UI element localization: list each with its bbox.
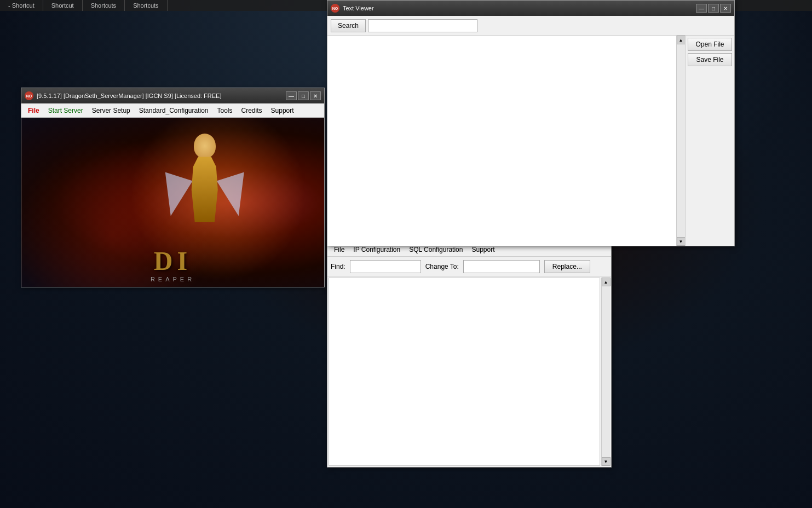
taskbar-item-1[interactable]: - Shortcut: [0, 0, 43, 11]
search-button[interactable]: Search: [331, 19, 366, 32]
text-viewer-main[interactable]: [327, 36, 676, 246]
server-manager-close[interactable]: ✕: [310, 91, 321, 100]
wing-right: [217, 172, 244, 216]
config-scrollbar-down[interactable]: [602, 457, 611, 466]
text-viewer-sidebar: Open File Save File: [685, 36, 734, 246]
text-viewer-maximize[interactable]: □: [708, 4, 719, 13]
find-label: Find:: [331, 263, 345, 270]
save-file-button[interactable]: Save File: [688, 53, 732, 66]
taskbar-item-4[interactable]: Shortcuts: [125, 0, 167, 11]
config-scrollbar-up[interactable]: [602, 278, 611, 286]
open-file-button[interactable]: Open File: [688, 38, 732, 51]
game-image: DI REAPER: [21, 118, 324, 287]
server-manager-content: DI REAPER: [21, 118, 324, 287]
taskbar-item-3[interactable]: Shortcuts: [83, 0, 125, 11]
replace-button[interactable]: Replace...: [544, 260, 590, 273]
char-head: [194, 134, 216, 158]
scroll-track[interactable]: [677, 44, 685, 237]
diablo-sub: REAPER: [151, 276, 195, 282]
find-input[interactable]: [350, 260, 421, 273]
wing-left: [165, 172, 193, 216]
changeto-input[interactable]: [463, 260, 540, 273]
text-viewer-minimize[interactable]: —: [696, 4, 707, 13]
text-viewer-controls: — □ ✕: [696, 4, 731, 13]
menu-start-server[interactable]: Start Server: [44, 105, 88, 116]
server-manager-title: [9.5.1.17] [DragonSeth_ServerManager] [I…: [37, 93, 286, 99]
config-toolbar: Find: Change To: Replace...: [327, 257, 611, 276]
taskbar-item-2[interactable]: Shortcut: [43, 0, 83, 11]
char-body: [188, 157, 221, 222]
server-manager-window: NO [9.5.1.17] [DragonSeth_ServerManager]…: [21, 88, 325, 287]
menu-credits[interactable]: Credits: [237, 105, 267, 116]
scrollbar-up-arrow[interactable]: [677, 36, 686, 44]
config-manager-window: NO .:Server Configuration Manager:. — □ …: [327, 227, 612, 467]
text-viewer-window: NO Text Viewer — □ ✕ Search Open File Sa…: [327, 0, 735, 246]
search-input[interactable]: [368, 19, 477, 32]
menu-tools[interactable]: Tools: [213, 105, 237, 116]
server-manager-menubar: File Start Server Server Setup Standard_…: [21, 103, 324, 118]
text-viewer-scrollbar: [676, 36, 685, 246]
config-scrollbar: [601, 278, 610, 466]
menu-support[interactable]: Support: [267, 105, 298, 116]
scrollbar-down-arrow[interactable]: [677, 237, 686, 246]
text-viewer-close[interactable]: ✕: [720, 4, 731, 13]
text-viewer-body: Open File Save File: [327, 36, 734, 246]
text-viewer-titlebar: NO Text Viewer — □ ✕: [327, 1, 734, 16]
diablo-logo: DI: [154, 246, 192, 276]
config-body: [327, 276, 611, 467]
server-manager-minimize[interactable]: —: [286, 91, 297, 100]
text-viewer-title: Text Viewer: [343, 5, 696, 11]
text-viewer-icon: NO: [331, 4, 339, 13]
server-manager-maximize[interactable]: □: [298, 91, 309, 100]
config-main[interactable]: [329, 278, 600, 466]
server-manager-titlebar: NO [9.5.1.17] [DragonSeth_ServerManager]…: [21, 88, 324, 103]
text-viewer-toolbar: Search: [327, 16, 734, 36]
server-manager-icon: NO: [25, 91, 33, 100]
menu-standard-config[interactable]: Standard_Configuration: [135, 105, 213, 116]
menu-server-setup[interactable]: Server Setup: [88, 105, 135, 116]
config-scroll-track[interactable]: [602, 286, 610, 457]
menu-file[interactable]: File: [24, 105, 44, 116]
changeto-label: Change To:: [425, 263, 459, 270]
server-manager-controls: — □ ✕: [286, 91, 321, 100]
